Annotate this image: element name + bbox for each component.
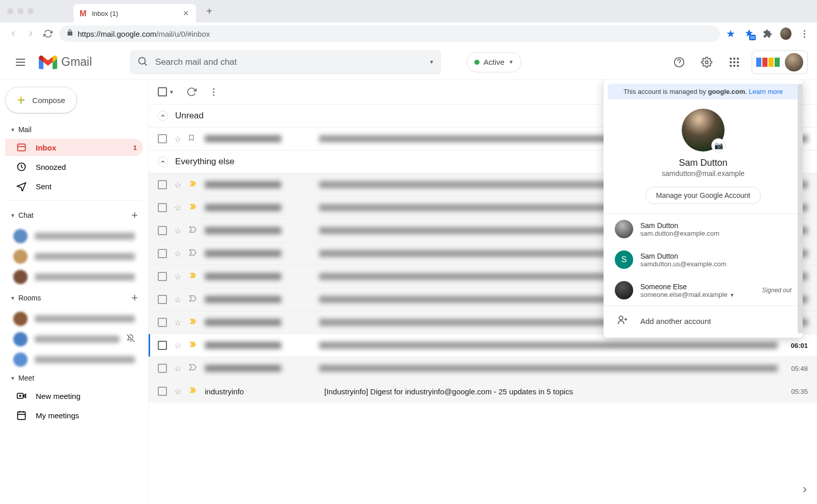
row-checkbox[interactable] — [158, 364, 167, 373]
star-icon[interactable]: ☆ — [174, 387, 181, 396]
important-icon[interactable] — [188, 317, 198, 328]
label-icon[interactable] — [188, 225, 198, 236]
account-item[interactable]: Someone Else someone.else@mail.example▼ … — [604, 275, 803, 306]
important-icon[interactable] — [188, 202, 198, 213]
row-checkbox[interactable] — [158, 180, 167, 189]
sidebar-section-rooms[interactable]: ▼ Rooms + — [5, 288, 143, 308]
sidebar-section-meet[interactable]: ▼ Meet — [5, 371, 143, 385]
important-icon[interactable] — [188, 179, 198, 190]
compose-button[interactable]: + Compose — [5, 87, 77, 113]
manage-account-button[interactable]: Manage your Google Account — [645, 187, 761, 204]
row-checkbox[interactable] — [158, 134, 167, 143]
row-checkbox[interactable] — [158, 318, 167, 327]
sidebar-item-new-meeting[interactable]: New meeting — [5, 387, 143, 405]
star-icon[interactable]: ☆ — [174, 272, 181, 282]
star-icon[interactable]: ☆ — [174, 364, 181, 373]
row-checkbox[interactable] — [158, 387, 167, 396]
add-account-button[interactable]: Add another account — [604, 306, 803, 336]
sidebar-item-sent[interactable]: Sent — [5, 178, 143, 195]
important-icon[interactable] — [188, 340, 198, 351]
mail-row[interactable]: ☆industryinfo[Industryinfo] Digest for i… — [149, 380, 817, 402]
star-icon[interactable]: ☆ — [174, 134, 181, 144]
extension-icon[interactable]: 28 — [743, 28, 755, 39]
refresh-icon[interactable] — [186, 87, 197, 97]
reload-button[interactable] — [42, 28, 54, 40]
star-icon[interactable]: ☆ — [174, 226, 181, 236]
row-checkbox[interactable] — [158, 226, 167, 235]
room-item[interactable] — [5, 350, 143, 369]
mute-icon — [127, 334, 135, 344]
learn-more-link[interactable]: Learn more — [749, 88, 783, 95]
row-checkbox[interactable] — [158, 203, 167, 212]
star-icon[interactable]: ☆ — [174, 203, 181, 213]
window-controls[interactable] — [7, 8, 34, 14]
row-checkbox[interactable] — [158, 272, 167, 281]
star-icon[interactable]: ☆ — [174, 295, 181, 305]
status-chip[interactable]: Active ▼ — [467, 52, 521, 72]
row-checkbox[interactable] — [158, 295, 167, 304]
chat-item[interactable] — [5, 247, 143, 266]
help-icon[interactable] — [669, 52, 689, 72]
sidebar-item-my-meetings[interactable]: My meetings — [5, 407, 143, 424]
signed-out-label: Signed out — [762, 287, 791, 294]
chevron-down-icon: ▼ — [10, 295, 15, 301]
sidebar-item-inbox[interactable]: Inbox 1 — [5, 139, 143, 156]
account-avatar-icon — [615, 220, 633, 238]
apps-grid-icon[interactable] — [724, 52, 744, 72]
room-item[interactable] — [5, 310, 143, 328]
back-button[interactable] — [7, 28, 19, 40]
star-icon[interactable]: ☆ — [174, 341, 181, 350]
plus-icon: + — [17, 92, 25, 108]
label-icon[interactable] — [188, 294, 198, 305]
sidebar-item-snoozed[interactable]: Snoozed — [5, 158, 143, 175]
bookmark-star-icon[interactable]: ★ — [725, 28, 736, 39]
side-panel-toggle-icon[interactable] — [800, 485, 810, 497]
row-checkbox[interactable] — [158, 341, 167, 350]
maximize-window[interactable] — [28, 8, 34, 14]
account-avatar-icon: S — [615, 250, 633, 269]
room-item[interactable] — [5, 330, 143, 348]
camera-icon[interactable]: 📷 — [711, 138, 726, 153]
settings-gear-icon[interactable] — [696, 52, 717, 72]
add-room-icon[interactable]: + — [131, 291, 138, 305]
mail-time: 05:35 — [785, 388, 808, 395]
close-window[interactable] — [7, 8, 13, 14]
chat-item[interactable] — [5, 268, 143, 286]
row-checkbox[interactable] — [158, 249, 167, 258]
account-item[interactable]: S Sam Dutton samdutton.us@example.com — [604, 244, 803, 275]
gmail-logo[interactable]: Gmail — [39, 55, 92, 69]
extensions-menu-icon[interactable] — [762, 28, 773, 39]
search-bar[interactable]: Search mail and chat ▼ — [130, 50, 441, 74]
more-icon[interactable] — [209, 87, 219, 97]
label-icon[interactable] — [188, 133, 198, 144]
forward-button[interactable] — [25, 28, 37, 40]
sidebar-section-chat[interactable]: ▼ Chat + — [5, 206, 143, 225]
browser-menu-icon[interactable] — [799, 28, 810, 39]
important-icon[interactable] — [188, 386, 198, 397]
main-menu-button[interactable] — [9, 51, 32, 73]
new-tab-button[interactable]: + — [200, 6, 219, 17]
search-options-icon[interactable]: ▼ — [429, 59, 434, 65]
star-icon[interactable]: ☆ — [174, 180, 181, 190]
main-pane: ▼ Unread ☆ Everything else ☆ ☆ ☆ ☆ — [148, 80, 817, 504]
account-item[interactable]: Sam Dutton sam.dutton@example.com — [604, 214, 803, 244]
org-account-switcher[interactable] — [752, 51, 808, 74]
important-icon[interactable] — [188, 271, 198, 282]
profile-avatar-icon[interactable] — [780, 28, 791, 39]
user-avatar-icon — [785, 53, 803, 71]
scrollbar[interactable] — [798, 84, 803, 334]
mail-row[interactable]: ☆05:48 — [149, 357, 817, 380]
chat-item[interactable] — [5, 227, 143, 245]
minimize-window[interactable] — [17, 8, 23, 14]
star-icon[interactable]: ☆ — [174, 318, 181, 327]
close-tab-icon[interactable]: × — [182, 8, 190, 19]
subject-text: [Industryinfo] Digest for industryinfo@g… — [324, 387, 778, 396]
add-chat-icon[interactable]: + — [131, 209, 138, 222]
label-icon[interactable] — [188, 363, 198, 374]
browser-tab[interactable]: M Inbox (1) × — [74, 4, 196, 22]
label-icon[interactable] — [188, 248, 198, 259]
sidebar-section-mail[interactable]: ▼ Mail — [5, 122, 143, 137]
star-icon[interactable]: ☆ — [174, 249, 181, 259]
select-all-checkbox[interactable]: ▼ — [158, 87, 174, 96]
url-field[interactable]: https://mail.google.com/mail/u/0/#inbox — [59, 26, 720, 42]
